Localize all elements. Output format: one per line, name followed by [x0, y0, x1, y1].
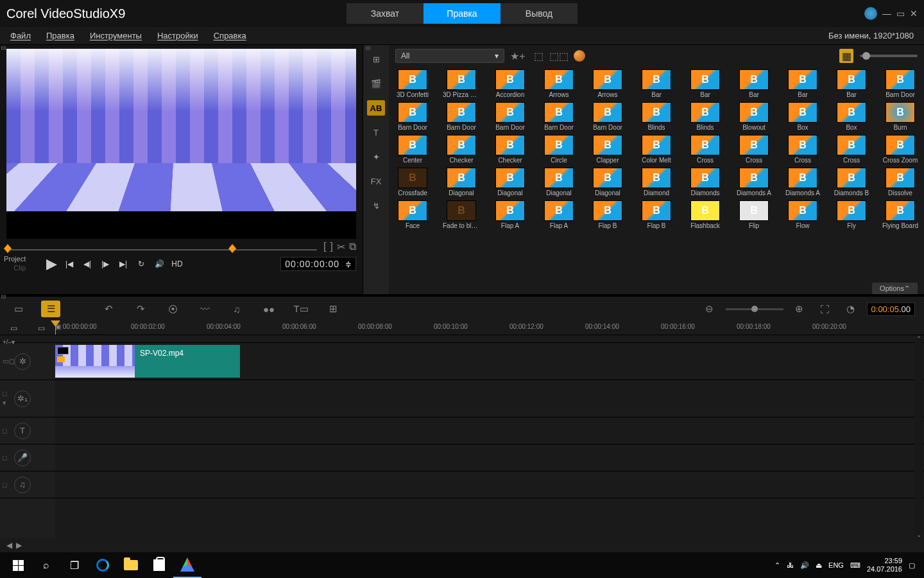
track-header-music[interactable]: □♫: [0, 471, 55, 498]
transition-item[interactable]: BCross: [785, 135, 820, 164]
track-header-voice[interactable]: □🎤: [0, 444, 55, 471]
transition-item[interactable]: BCircle: [542, 135, 576, 164]
storyboard-view-button[interactable]: ▭: [9, 301, 28, 317]
transition-item[interactable]: B3D Pizza Bo…: [444, 69, 479, 98]
libcat-graphics[interactable]: ✦: [367, 149, 385, 164]
track-collapse-toggle[interactable]: +/–▾: [3, 338, 15, 346]
voice-lane[interactable]: [55, 444, 924, 471]
transition-item[interactable]: BFly: [834, 200, 869, 229]
track-header-video[interactable]: ▭◻✲: [0, 343, 55, 380]
transition-item[interactable]: BDiagonal: [493, 168, 527, 197]
transition-item[interactable]: BFlow: [785, 200, 820, 229]
mark-in-handle[interactable]: [4, 244, 12, 253]
mark-out-handle[interactable]: [228, 244, 236, 253]
trim-bar[interactable]: [6, 243, 317, 254]
search-button[interactable]: ⌕: [32, 552, 60, 578]
transition-item[interactable]: BBarn Door: [883, 69, 918, 98]
libcat-filters[interactable]: FX: [367, 173, 385, 189]
auto-music-button[interactable]: ♫: [227, 301, 246, 317]
undo-button[interactable]: ↶: [99, 301, 118, 317]
subtitle-button[interactable]: T▭: [291, 301, 311, 317]
maximize-button[interactable]: ▭: [896, 8, 905, 19]
videostudio-taskbar-button[interactable]: [173, 552, 201, 578]
transition-item[interactable]: BFace: [395, 200, 430, 229]
libcat-titles[interactable]: T: [367, 125, 385, 140]
music-lane[interactable]: [55, 471, 924, 498]
explorer-button[interactable]: [117, 552, 145, 578]
transition-item[interactable]: BClapper: [590, 135, 625, 164]
track-header-overlay[interactable]: □▾✲₁: [0, 380, 55, 417]
libcat-instant[interactable]: 🎬: [367, 76, 385, 91]
prev-frame-button[interactable]: ◀|: [81, 258, 94, 270]
taskview-button[interactable]: ❐: [60, 552, 89, 578]
library-options-toggle[interactable]: Options ⌃: [872, 283, 918, 294]
transition-item[interactable]: BDiamonds B: [834, 168, 869, 197]
track-lanes[interactable]: SP-V02.mp4: [55, 343, 924, 538]
loop-button[interactable]: ↻: [135, 258, 148, 270]
duration-icon[interactable]: ◔: [841, 301, 860, 317]
transition-item[interactable]: BBarn Door: [590, 102, 625, 131]
transition-item[interactable]: BBox: [785, 102, 820, 131]
timeline-clip[interactable]: SP-V02.mp4: [55, 345, 240, 378]
store-button[interactable]: [145, 552, 173, 578]
transition-item[interactable]: BFlip: [737, 200, 771, 229]
transition-item[interactable]: BBarn Door: [444, 102, 479, 131]
transition-item[interactable]: BCrossfade: [395, 168, 430, 197]
transition-item[interactable]: BBurn: [883, 102, 918, 131]
menu-settings[interactable]: Настройки: [157, 31, 198, 40]
transition-item[interactable]: BDissolve: [883, 168, 918, 197]
overlay-lane[interactable]: [55, 380, 924, 417]
transition-item[interactable]: BDiagonal: [444, 168, 479, 197]
menu-file[interactable]: Файл: [10, 31, 31, 40]
motion-button[interactable]: ●●: [259, 301, 278, 317]
transition-item[interactable]: BFade to black: [444, 200, 479, 229]
project-duration[interactable]: 0:00:05.00: [867, 302, 915, 316]
title-lane[interactable]: [55, 417, 924, 444]
libcat-transitions[interactable]: AB: [367, 100, 385, 116]
pane-grip-left[interactable]: [1, 46, 6, 50]
transition-item[interactable]: BBar: [737, 69, 771, 98]
transition-item[interactable]: BBarn Door: [542, 102, 576, 131]
mark-in-button[interactable]: [: [323, 241, 326, 253]
tray-volume-icon[interactable]: 🔊: [800, 561, 809, 570]
scroll-right-button[interactable]: ▶: [16, 541, 22, 550]
transition-item[interactable]: BFlap A: [542, 200, 576, 229]
timecode-display[interactable]: 00:00:00:00 ≑: [280, 257, 356, 271]
next-frame-button[interactable]: |▶: [99, 258, 112, 270]
transition-item[interactable]: BDiamonds A: [737, 168, 771, 197]
edge-button[interactable]: [89, 552, 117, 578]
transition-item[interactable]: BCenter: [395, 135, 430, 164]
thumb-size-slider[interactable]: [860, 55, 918, 57]
redo-button[interactable]: ↷: [131, 301, 150, 317]
snapshot-button[interactable]: ⧉: [349, 241, 356, 253]
vertical-scrollbar[interactable]: ⌃⌄: [915, 335, 923, 538]
tray-keyboard-icon[interactable]: ⌨: [850, 561, 860, 570]
transition-item[interactable]: BCross: [834, 135, 869, 164]
transition-item[interactable]: BAccordion: [493, 69, 527, 98]
library-filter-combo[interactable]: All▾: [395, 49, 504, 63]
libcat-media[interactable]: ⊞: [367, 51, 385, 67]
split-button[interactable]: ✂: [337, 241, 345, 253]
transition-item[interactable]: BBlinds: [688, 102, 723, 131]
menu-help[interactable]: Справка: [214, 31, 246, 40]
transition-item[interactable]: BDiagonal: [590, 168, 625, 197]
tray-lang[interactable]: ENG: [828, 561, 844, 569]
goto-end-button[interactable]: ▶|: [117, 258, 130, 270]
transition-item[interactable]: BCross Zoom: [883, 135, 918, 164]
menu-edit[interactable]: Правка: [46, 31, 74, 40]
scroll-left-button[interactable]: ◀: [6, 541, 12, 550]
transition-item[interactable]: BBar: [834, 69, 869, 98]
view-thumb-icon[interactable]: ▦: [839, 49, 853, 63]
transition-item[interactable]: BArrows: [542, 69, 576, 98]
transition-item[interactable]: BDiagonal: [542, 168, 576, 197]
transition-item[interactable]: BCross: [688, 135, 723, 164]
record-button[interactable]: ⦿: [163, 301, 182, 317]
transition-item[interactable]: BDiamonds A: [785, 168, 820, 197]
hd-toggle[interactable]: HD: [171, 258, 184, 270]
transition-item[interactable]: BFlying Board: [883, 200, 918, 229]
apply-current-icon[interactable]: ⬚: [531, 49, 545, 63]
preview-mode-label[interactable]: ProjectClip: [4, 254, 26, 272]
apply-all-icon[interactable]: ⬚⬚: [552, 49, 566, 63]
tray-usb-icon[interactable]: ⏏: [816, 561, 822, 570]
minimize-button[interactable]: —: [882, 8, 891, 19]
